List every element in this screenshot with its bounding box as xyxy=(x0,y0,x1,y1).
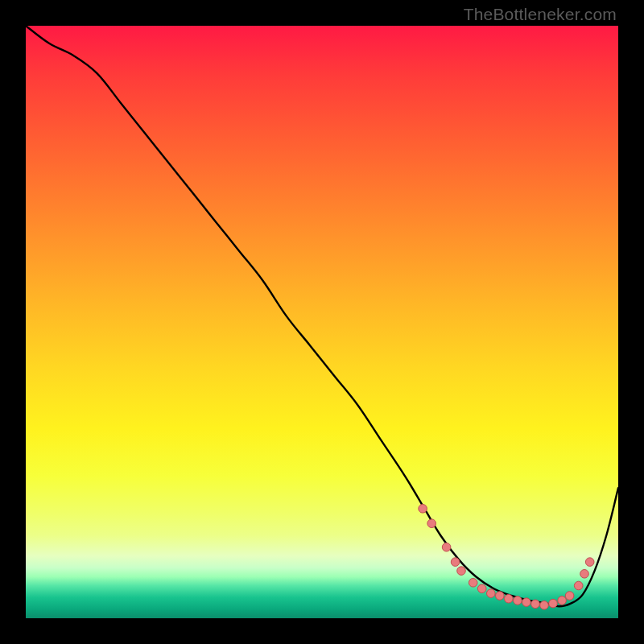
chart-plot-area xyxy=(26,26,618,618)
curve-dot xyxy=(540,601,549,610)
curve-dot xyxy=(487,589,496,598)
curve-dot xyxy=(558,597,567,605)
curve-dot xyxy=(477,584,486,593)
curve-dot xyxy=(469,579,477,588)
bottleneck-curve xyxy=(26,26,618,606)
curve-dot xyxy=(585,558,594,567)
curve-dot xyxy=(549,599,558,608)
curve-dot xyxy=(505,594,514,603)
attribution-text: TheBottleneker.com xyxy=(464,5,617,24)
curve-dot xyxy=(531,600,540,609)
curve-dot xyxy=(442,543,451,551)
curve-dot xyxy=(522,598,531,607)
curve-dot xyxy=(419,505,427,514)
curve-dot xyxy=(574,581,583,590)
curve-dot xyxy=(451,558,460,567)
curve-dot xyxy=(580,570,589,579)
curve-dot xyxy=(457,567,466,576)
curve-dot xyxy=(514,597,522,605)
chart-svg xyxy=(26,26,618,618)
curve-dot xyxy=(565,592,574,601)
chart-frame: TheBottleneker.com xyxy=(0,0,644,644)
curve-dot xyxy=(427,519,436,528)
curve-dot xyxy=(496,592,505,601)
